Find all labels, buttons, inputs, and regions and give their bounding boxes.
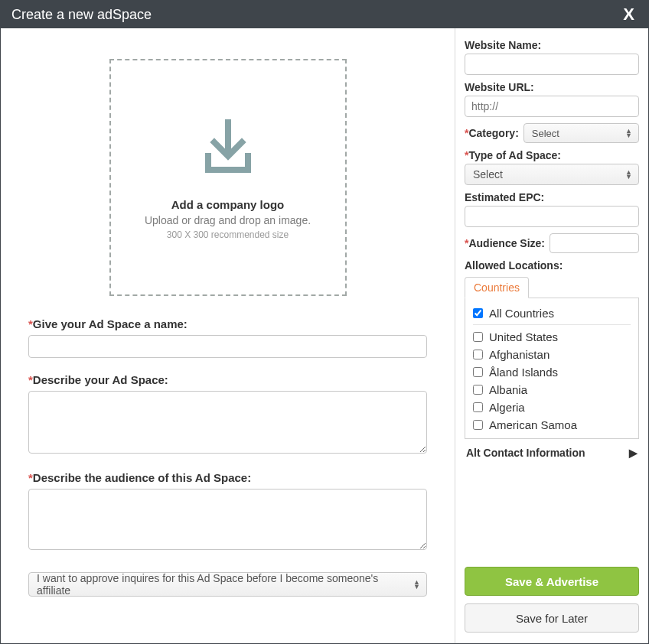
chevron-updown-icon: ▲▼ xyxy=(413,580,420,589)
adspace-audience-textarea[interactable] xyxy=(28,489,427,550)
website-name-row: Website Name: xyxy=(465,39,639,75)
adspace-audience-field: *Describe the audience of this Ad Space: xyxy=(28,471,427,552)
country-checkbox[interactable] xyxy=(473,402,483,412)
audience-size-input[interactable] xyxy=(550,233,639,253)
adspace-name-label: *Give your Ad Space a name: xyxy=(28,317,427,330)
website-url-input[interactable] xyxy=(465,96,639,117)
country-label: Albania xyxy=(489,383,527,396)
left-panel: Add a company logo Upload or drag and dr… xyxy=(1,28,455,643)
country-row: United States xyxy=(473,328,631,346)
category-label: *Category: xyxy=(465,127,519,139)
country-label: Åland Islands xyxy=(489,366,558,379)
country-row: All Countries xyxy=(473,304,631,325)
country-checkbox[interactable] xyxy=(473,367,483,377)
chevron-updown-icon: ▲▼ xyxy=(625,128,632,138)
alt-contact-label: Alt Contact Information xyxy=(466,447,585,459)
upload-subtitle: Upload or drag and drop an image. xyxy=(145,214,311,226)
chevron-updown-icon: ▲▼ xyxy=(625,170,632,179)
alt-contact-toggle[interactable]: Alt Contact Information ▶ xyxy=(465,439,639,465)
category-select-value: Select xyxy=(532,128,559,139)
save-later-button[interactable]: Save for Later xyxy=(465,603,639,633)
website-name-label: Website Name: xyxy=(465,39,639,51)
adspace-name-input[interactable] xyxy=(28,335,427,358)
action-buttons: Save & Advertise Save for Later xyxy=(465,551,639,633)
website-url-label: Website URL: xyxy=(465,81,639,93)
website-url-row: Website URL: xyxy=(465,81,639,117)
modal-content: Add a company logo Upload or drag and dr… xyxy=(1,28,648,643)
country-checkbox[interactable] xyxy=(473,420,483,430)
epc-row: Estimated EPC: xyxy=(465,191,639,227)
adspace-name-field: *Give your Ad Space a name: xyxy=(28,317,427,358)
country-row: Åland Islands xyxy=(473,363,631,381)
tab-countries[interactable]: Countries xyxy=(465,277,529,298)
epc-label: Estimated EPC: xyxy=(465,191,639,203)
country-label: United States xyxy=(489,330,558,343)
website-name-input[interactable] xyxy=(465,54,639,75)
category-select[interactable]: Select ▲▼ xyxy=(523,123,639,143)
type-select[interactable]: Select ▲▼ xyxy=(465,164,639,185)
audience-size-row: *Audience Size: xyxy=(465,233,639,253)
adspace-audience-label: *Describe the audience of this Ad Space: xyxy=(28,471,427,484)
country-row: Algeria xyxy=(473,398,631,416)
epc-input[interactable] xyxy=(465,206,639,227)
country-checkbox[interactable] xyxy=(473,308,483,318)
close-icon[interactable]: X xyxy=(620,3,638,26)
locations-tabbar: Countries xyxy=(465,277,639,298)
allowed-locations-row: Allowed Locations: xyxy=(465,259,639,274)
type-select-value: Select xyxy=(473,168,503,181)
country-checkbox[interactable] xyxy=(473,332,483,342)
audience-size-label: *Audience Size: xyxy=(465,237,545,249)
country-row: American Samoa xyxy=(473,416,631,434)
upload-title: Add a company logo xyxy=(171,198,285,211)
adspace-describe-textarea[interactable] xyxy=(28,391,427,454)
country-list: All CountriesUnited StatesAfghanistanÅla… xyxy=(465,298,639,439)
country-label: Afghanistan xyxy=(489,348,550,361)
right-panel: Website Name: Website URL: *Category: Se… xyxy=(455,28,648,643)
country-row: Albania xyxy=(473,381,631,398)
adspace-describe-field: *Describe your Ad Space: xyxy=(28,373,427,456)
approval-select[interactable]: I want to approve inquires for this Ad S… xyxy=(28,572,427,597)
country-label: All Countries xyxy=(489,307,554,320)
country-label: Algeria xyxy=(489,401,525,414)
country-checkbox[interactable] xyxy=(473,385,483,395)
country-label: American Samoa xyxy=(489,418,577,431)
save-advertise-button[interactable]: Save & Advertise xyxy=(465,567,639,596)
adspace-describe-label: *Describe your Ad Space: xyxy=(28,373,427,386)
download-icon xyxy=(194,115,262,184)
modal-title: Create a new adSpace xyxy=(11,7,152,23)
titlebar: Create a new adSpace X xyxy=(1,1,648,28)
type-label: *Type of Ad Space: xyxy=(465,149,639,161)
logo-upload-dropzone[interactable]: Add a company logo Upload or drag and dr… xyxy=(109,59,347,296)
type-row: *Type of Ad Space: Select ▲▼ xyxy=(465,149,639,185)
upload-hint: 300 X 300 recommended size xyxy=(167,229,289,240)
country-row: Afghanistan xyxy=(473,346,631,363)
category-row: *Category: Select ▲▼ xyxy=(465,123,639,143)
chevron-right-icon: ▶ xyxy=(629,447,638,459)
allowed-locations-label: Allowed Locations: xyxy=(465,259,639,272)
create-adspace-modal: Create a new adSpace X Add a company log… xyxy=(0,0,649,644)
country-checkbox[interactable] xyxy=(473,350,483,359)
approval-select-value: I want to approve inquires for this Ad S… xyxy=(37,572,405,597)
